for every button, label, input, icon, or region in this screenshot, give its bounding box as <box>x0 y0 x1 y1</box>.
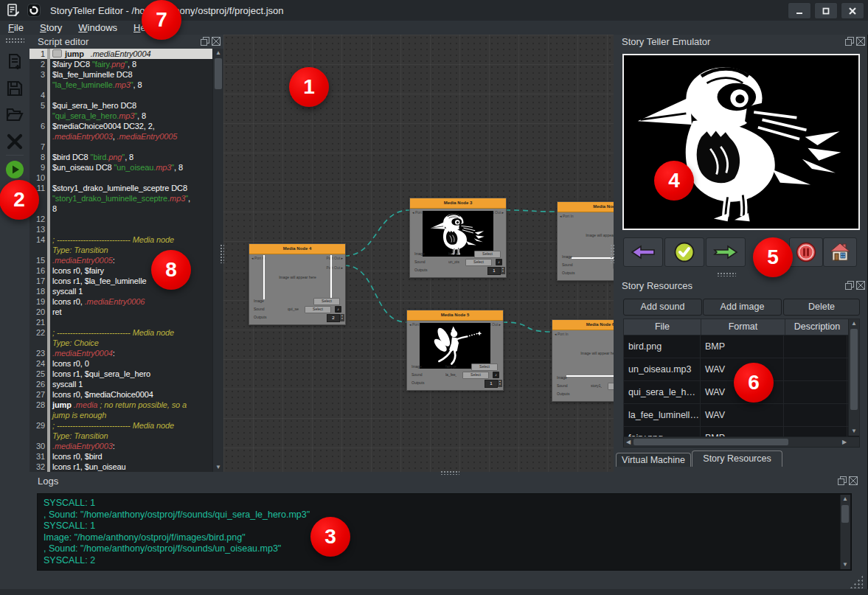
scroll-up-icon[interactable]: ▲ <box>850 320 858 327</box>
editor-line[interactable]: 15.mediaEntry0005: <box>29 255 223 265</box>
maximize-button[interactable] <box>814 2 838 19</box>
editor-line[interactable]: 1jump .mediaEntry0004 <box>29 49 223 59</box>
select-button[interactable]: Select <box>465 259 492 266</box>
editor-line[interactable]: 23.mediaEntry0004: <box>29 348 223 358</box>
dock-close-icon[interactable] <box>212 37 221 46</box>
editor-line[interactable]: 13 <box>29 224 223 234</box>
run-button[interactable] <box>4 159 26 181</box>
script-editor[interactable]: 1jump .mediaEntry00042$fairy DC8 "fairy.… <box>29 49 223 472</box>
speaker-icon[interactable]: ♪ <box>335 306 341 313</box>
close-button[interactable] <box>841 2 864 19</box>
editor-line[interactable]: 24lcons r0, 0 <box>29 358 223 369</box>
media-node-partial[interactable]: Media Node◂ Port InImage will appear her… <box>557 201 614 281</box>
scroll-down-icon[interactable]: ▼ <box>215 464 222 471</box>
emulator-pause-button[interactable] <box>789 237 823 267</box>
media-node-6[interactable]: Media Node 6◂ Port InImage will appear h… <box>552 319 614 402</box>
editor-line[interactable]: 21 <box>29 317 223 327</box>
menu-story[interactable]: Story <box>32 22 70 33</box>
editor-line[interactable]: 30.mediaEntry0003: <box>29 441 223 451</box>
editor-line[interactable]: 8$bird DC8 "bird.png", 8 <box>29 152 223 162</box>
tab-virtual-machine[interactable]: Virtual Machine <box>616 453 691 467</box>
editor-scroll-thumb[interactable] <box>215 58 222 89</box>
editor-line[interactable]: "la_fee_luminelle.mp3", 8 <box>29 80 223 90</box>
editor-line[interactable]: 8 <box>29 203 223 214</box>
node-title[interactable]: Media Node 5 <box>407 310 503 321</box>
editor-line[interactable]: 18syscall 1 <box>29 286 223 296</box>
editor-line[interactable]: 5$qui_sera_le_hero DC8 <box>29 100 223 111</box>
emulator-header[interactable]: Story Teller Emulator <box>614 35 868 49</box>
outputs-spinbox[interactable]: 2▴▾ <box>327 314 340 322</box>
speaker-icon[interactable]: ♪ <box>493 372 499 378</box>
script-editor-header[interactable]: Script editor <box>29 35 223 49</box>
new-script-button[interactable] <box>4 51 26 73</box>
resources-hscrollbar[interactable]: ◀ ▶ <box>623 436 860 448</box>
dock-close-icon[interactable] <box>849 476 858 485</box>
editor-line[interactable]: 22; ---------------------------- Media n… <box>29 327 223 338</box>
resize-grip[interactable] <box>850 575 863 588</box>
delete-button[interactable]: Delete <box>783 299 860 316</box>
editor-line[interactable]: 29; ---------------------------- Media n… <box>29 420 223 431</box>
select-button[interactable]: Select <box>305 306 331 313</box>
editor-line[interactable]: 32lcons r1, $un_oiseau <box>29 462 223 472</box>
emulator-back-button[interactable] <box>623 237 663 267</box>
outputs-spinbox[interactable]: 1▴▾ <box>485 380 498 388</box>
editor-line[interactable]: Type: Transition <box>29 245 223 255</box>
emulator-home-button[interactable] <box>823 237 857 267</box>
float-icon[interactable] <box>845 37 854 46</box>
scroll-up-icon[interactable]: ▲ <box>841 495 849 503</box>
select-button[interactable]: Select <box>608 383 614 390</box>
editor-line[interactable]: 20ret <box>29 307 223 317</box>
editor-line[interactable]: Type: Choice <box>29 338 223 348</box>
save-button[interactable] <box>4 77 26 100</box>
editor-line[interactable]: 11$story1_drako_luminelle_sceptre DC8 <box>29 183 223 193</box>
close-project-button[interactable] <box>4 131 26 153</box>
resources-scroll-thumb[interactable] <box>850 329 858 410</box>
editor-line[interactable]: 6$mediaChoice0004 DC32, 2, <box>29 121 223 131</box>
editor-line[interactable]: 3$la_fee_luminelle DC8 <box>29 69 223 80</box>
emulator-confirm-button[interactable] <box>664 237 704 267</box>
splitter-handle[interactable] <box>220 244 224 263</box>
menu-windows[interactable]: Windows <box>70 22 125 33</box>
add-image-button[interactable]: Add image <box>703 299 782 316</box>
editor-line[interactable]: 25lcons r1, $qui_sera_le_hero <box>29 369 223 379</box>
editor-line[interactable]: 4 <box>29 90 223 100</box>
editor-line[interactable]: .mediaEntry0003, .mediaEntry0005 <box>29 131 223 142</box>
scroll-down-icon[interactable]: ▼ <box>850 428 858 435</box>
column-header-description[interactable]: Description <box>785 319 850 335</box>
scroll-down-icon[interactable]: ▼ <box>841 561 849 568</box>
scroll-up-icon[interactable]: ▲ <box>215 49 222 57</box>
float-icon[interactable] <box>845 281 854 290</box>
logs-scroll-thumb[interactable] <box>841 505 849 523</box>
media-node-5[interactable]: Media Node 5◂ Port InPort Out ▸Imagefair… <box>406 310 504 391</box>
editor-line[interactable]: 9$un_oiseau DC8 "un_oiseau.mp3", 8 <box>29 162 223 173</box>
editor-line[interactable]: "qui_sera_le_hero.mp3", 8 <box>29 111 223 121</box>
logs-header[interactable]: Logs <box>29 474 868 488</box>
media-node-3[interactable]: Media Node 3◂ Port InPort Out ▸Imagebird… <box>409 198 507 278</box>
emulator-forward-button[interactable] <box>706 237 746 267</box>
resources-vscrollbar[interactable]: ▲ ▼ <box>848 319 859 436</box>
node-title[interactable]: Media Node <box>558 202 614 212</box>
scroll-right-icon[interactable]: ▶ <box>841 439 848 446</box>
splitter-handle[interactable] <box>610 244 614 263</box>
resources-hscroll-thumb[interactable] <box>633 439 788 445</box>
tab-story-resources[interactable]: Story Resources <box>692 450 782 467</box>
editor-line[interactable]: Type: Transition <box>29 431 223 441</box>
log-output[interactable]: SYSCALL: 1, Sound: "/home/anthony/ostpro… <box>37 493 852 571</box>
table-row[interactable]: la_fee_luminelle.mp3WAV <box>624 404 859 427</box>
toolbar-drag-handle[interactable] <box>5 38 24 43</box>
editor-line[interactable]: 16lcons r0, $fairy <box>29 265 223 276</box>
node-title[interactable]: Media Node 3 <box>410 198 506 209</box>
editor-line[interactable]: "story1_drako_luminelle_sceptre.mp3", <box>29 193 223 203</box>
column-header-format[interactable]: Format <box>701 319 785 335</box>
select-button[interactable]: Select <box>313 298 340 305</box>
editor-line[interactable]: jump is enough <box>29 410 223 420</box>
minimize-button[interactable] <box>788 2 811 19</box>
menu-file[interactable]: File <box>0 22 32 33</box>
node-graph-canvas[interactable]: Media Node 4◂ Port InPort Out ▸Port Out … <box>223 35 614 472</box>
logs-scrollbar[interactable]: ▲ ▼ <box>840 495 850 569</box>
splitter-handle[interactable] <box>440 470 459 475</box>
add-sound-button[interactable]: Add sound <box>623 299 702 316</box>
editor-line[interactable]: 2$fairy DC8 "fairy.png", 8 <box>29 59 223 69</box>
column-header-file[interactable]: File <box>624 319 701 335</box>
outputs-spinbox[interactable]: 1▴▾ <box>487 267 501 275</box>
